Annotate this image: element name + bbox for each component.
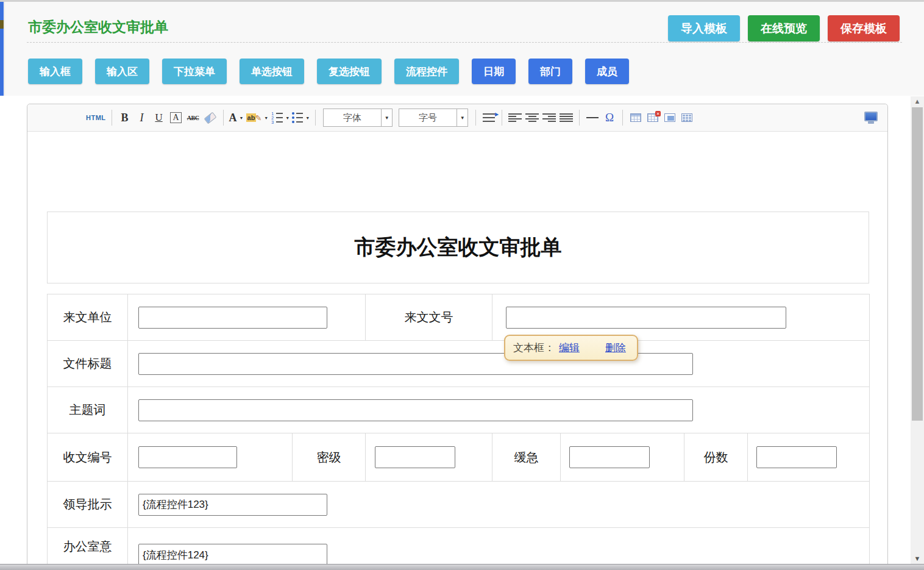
editor-panel: HTML B I U A ABC A▼ ab✎▼ ▼ ▼ 字体 ▼ 字号 ▼ <box>27 104 888 570</box>
toolbar-separator <box>502 110 502 126</box>
table-row: 领导批示 <box>48 482 870 528</box>
source-unit-input[interactable] <box>138 307 327 329</box>
toolbar-separator <box>315 110 316 126</box>
widget-button-department[interactable]: 部门 <box>528 59 572 84</box>
window-bottom-edge <box>0 564 924 570</box>
vertical-scrollbar[interactable]: ▲ ▼ <box>911 96 924 564</box>
field-label-urgency: 缓急 <box>492 433 561 482</box>
indent-icon <box>483 113 495 122</box>
background-window-strip <box>0 0 4 96</box>
window-top-edge <box>0 0 924 2</box>
textbox-action-tooltip: 文本框： 编辑 删除 <box>504 335 638 361</box>
document-number-input[interactable] <box>506 307 786 329</box>
office-opinion-input[interactable] <box>138 544 327 566</box>
indent-button[interactable] <box>482 109 496 126</box>
copies-input[interactable] <box>756 446 837 468</box>
font-color-button[interactable]: A▼ <box>229 109 244 126</box>
editor-toolbar: HTML B I U A ABC A▼ ab✎▼ ▼ ▼ 字体 ▼ 字号 ▼ <box>27 104 887 132</box>
field-label-document-number: 来文文号 <box>366 294 492 341</box>
align-center-button[interactable] <box>525 109 539 126</box>
import-template-button[interactable]: 导入模板 <box>668 15 740 41</box>
align-justify-icon <box>560 113 573 122</box>
widget-button-checkbox[interactable]: 复选按钮 <box>317 59 382 84</box>
font-size-label: 字号 <box>399 109 457 126</box>
field-label-copies: 份数 <box>684 433 748 482</box>
widget-button-date[interactable]: 日期 <box>472 59 516 84</box>
toolbar-separator <box>622 110 623 126</box>
table-row: 主题词 <box>48 387 870 433</box>
font-size-select[interactable]: 字号 ▼ <box>399 109 468 127</box>
page-title: 市委办公室收文审批单 <box>28 18 168 37</box>
unordered-list-icon <box>292 112 303 124</box>
table-row: 来文单位 来文文号 <box>48 294 870 341</box>
scrollbar-thumb[interactable] <box>912 107 923 421</box>
font-family-label: 字体 <box>324 109 381 126</box>
table-properties-button[interactable] <box>663 109 677 126</box>
widget-button-flow-control[interactable]: 流程控件 <box>394 59 459 84</box>
ordered-list-button[interactable]: ▼ <box>271 109 290 126</box>
widget-button-input-box[interactable]: 输入框 <box>28 59 82 84</box>
chevron-down-icon: ▼ <box>457 109 467 126</box>
leader-comments-input[interactable] <box>138 494 327 516</box>
field-label-source-unit: 来文单位 <box>48 294 128 341</box>
cell-properties-button[interactable] <box>680 109 694 126</box>
italic-button[interactable]: I <box>135 109 149 126</box>
secrecy-input[interactable] <box>375 446 455 468</box>
widget-button-radio[interactable]: 单选按钮 <box>240 59 304 84</box>
dashed-divider <box>27 42 902 43</box>
chevron-down-icon: ▼ <box>285 116 290 120</box>
table-row: 文件标题 <box>48 341 870 387</box>
delete-table-icon <box>647 113 658 122</box>
widget-button-input-area[interactable]: 输入区 <box>95 59 149 84</box>
app-header: 市委办公室收文审批单 导入模板 在线预览 保存模板 输入框 输入区 下拉菜单 单… <box>4 2 924 96</box>
special-char-button[interactable]: Ω <box>602 109 617 126</box>
insert-table-button[interactable] <box>628 109 643 126</box>
remove-format-button[interactable] <box>203 109 218 126</box>
scroll-down-arrow-icon[interactable]: ▼ <box>911 555 924 562</box>
unordered-list-button[interactable]: ▼ <box>292 109 310 126</box>
highlight-color-button[interactable]: ab✎▼ <box>246 109 269 126</box>
toolbar-separator <box>112 110 112 126</box>
form-title: 市委办公室收文审批单 <box>355 233 562 262</box>
align-right-icon <box>542 113 556 122</box>
chevron-down-icon: ▼ <box>240 116 244 120</box>
field-label-leader-comments: 领导批示 <box>48 482 128 528</box>
field-label-secrecy: 密级 <box>293 433 366 482</box>
keywords-input[interactable] <box>138 399 693 421</box>
source-code-button[interactable]: HTML <box>86 109 106 126</box>
online-preview-button[interactable]: 在线预览 <box>748 15 820 41</box>
receipt-number-input[interactable] <box>138 446 237 468</box>
underline-button[interactable]: U <box>152 109 166 126</box>
bold-button[interactable]: B <box>118 109 132 126</box>
form-title-box: 市委办公室收文审批单 <box>47 212 869 283</box>
scroll-up-arrow-icon[interactable]: ▲ <box>911 98 924 105</box>
boxed-a-icon: A <box>170 112 181 123</box>
delete-table-button[interactable] <box>645 109 660 126</box>
chevron-down-icon: ▼ <box>264 116 268 120</box>
background-window-sliver <box>0 0 4 570</box>
table-row: 收文编号 密级 缓急 份数 <box>48 433 870 482</box>
eraser-icon <box>204 112 216 124</box>
widget-button-dropdown[interactable]: 下拉菜单 <box>162 59 227 84</box>
format-block-button[interactable]: A <box>169 109 183 126</box>
horizontal-rule-icon <box>586 117 599 118</box>
field-label-document-title: 文件标题 <box>48 341 128 387</box>
widget-button-row: 输入框 输入区 下拉菜单 单选按钮 复选按钮 流程控件 日期 部门 成员 <box>28 59 629 84</box>
widget-button-member[interactable]: 成员 <box>585 59 629 84</box>
save-template-button[interactable]: 保存模板 <box>828 15 900 41</box>
align-left-icon <box>508 113 522 122</box>
align-left-button[interactable] <box>508 109 522 126</box>
cell-properties-icon <box>681 113 692 122</box>
font-family-select[interactable]: 字体 ▼ <box>323 109 393 127</box>
align-right-button[interactable] <box>542 109 556 126</box>
tooltip-label: 文本框： <box>513 341 555 355</box>
strikethrough-button[interactable]: ABC <box>186 109 201 126</box>
delete-link[interactable]: 删除 <box>605 341 626 355</box>
horizontal-rule-button[interactable] <box>585 109 600 126</box>
urgency-input[interactable] <box>569 446 650 468</box>
field-label-keywords: 主题词 <box>48 387 128 433</box>
fullscreen-button[interactable] <box>864 112 878 121</box>
edit-link[interactable]: 编辑 <box>559 341 580 355</box>
font-color-icon: A <box>229 112 237 124</box>
align-justify-button[interactable] <box>559 109 574 126</box>
